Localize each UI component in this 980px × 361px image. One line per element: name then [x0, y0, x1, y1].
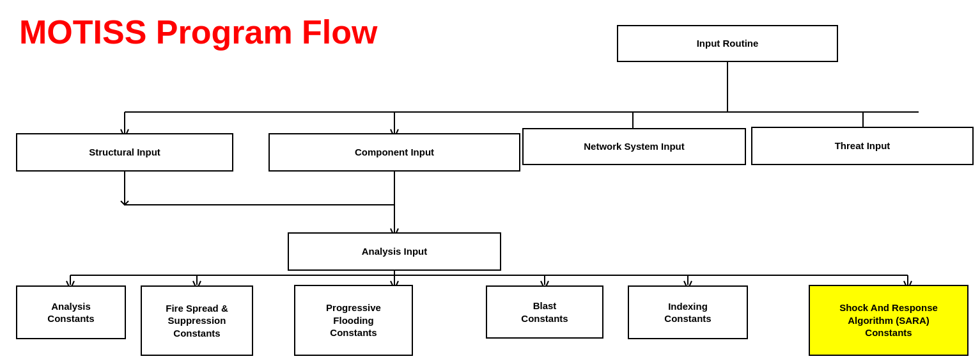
- box-component-input: Component Input: [268, 133, 520, 172]
- box-threat-input: Threat Input: [751, 127, 974, 165]
- box-analysis-input: Analysis Input: [288, 232, 501, 271]
- box-indexing-constants: Indexing Constants: [628, 285, 748, 339]
- box-shock-sara: Shock And Response Algorithm (SARA) Cons…: [809, 285, 968, 356]
- box-structural-input: Structural Input: [16, 133, 233, 172]
- box-input-routine: Input Routine: [617, 25, 838, 62]
- box-network-system-input: Network System Input: [522, 128, 746, 165]
- box-blast-constants: Blast Constants: [486, 285, 603, 339]
- box-analysis-constants: Analysis Constants: [16, 285, 126, 339]
- box-progressive-flooding: Progressive Flooding Constants: [294, 285, 413, 356]
- diagram: MOTISS Program Flow: [0, 0, 980, 361]
- box-fire-spread: Fire Spread & Suppression Constants: [141, 285, 253, 356]
- page-title: MOTISS Program Flow: [19, 13, 378, 51]
